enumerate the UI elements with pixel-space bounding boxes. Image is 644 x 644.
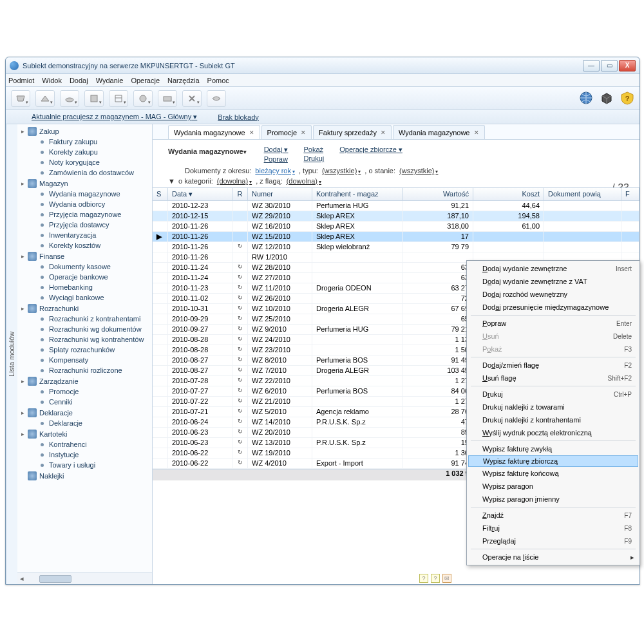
context-menu-item[interactable]: Wypisz paragon imienny (468, 493, 638, 506)
context-menu-item[interactable]: Drukuj naklejki z towarami (468, 401, 638, 413)
context-menu-item[interactable]: Wyślij wydruk pocztą elektroniczną (468, 426, 638, 439)
status-icon-2[interactable]: ? (431, 574, 440, 583)
column-header[interactable]: F (621, 188, 639, 200)
context-menu-item[interactable]: Drukuj naklejki z kontrahentami (468, 413, 638, 426)
table-row[interactable]: ▶2010-11-26WZ 15/2010Sklep AREX17 (153, 232, 639, 242)
menu-pomoc[interactable]: Pomoc (207, 77, 229, 84)
table-row[interactable]: 2010-12-23WZ 30/2010Perfumeria HUG91,214… (153, 201, 639, 211)
toolbar-btn-6[interactable]: ▾ (133, 90, 153, 107)
tree-item[interactable]: Wydania magazynowe (19, 189, 152, 199)
toolbar-btn-3[interactable]: ▾ (60, 90, 79, 107)
tree-item[interactable]: Kompensaty (19, 355, 152, 365)
tree-item[interactable]: Korekty zakupu (19, 147, 152, 157)
tree-item[interactable]: Wyciągi bankowe (19, 292, 152, 303)
column-header[interactable]: Numer (248, 188, 312, 200)
tree-item[interactable]: Homebanking (19, 282, 152, 292)
lock-link[interactable]: Brak blokady (218, 113, 259, 121)
help-icon[interactable]: ? (620, 91, 634, 106)
tree-item[interactable]: Deklaracje (19, 418, 152, 428)
tab[interactable]: Wydania magazynowe✕ (168, 125, 260, 139)
tree-group[interactable]: Naklejki (19, 470, 152, 481)
tree-group[interactable]: ▸Kartoteki (19, 428, 152, 439)
column-header[interactable]: Koszt (473, 188, 544, 200)
cmd-pokaz[interactable]: Pokaż (303, 146, 324, 153)
context-menu-item[interactable]: Operacje na liście (468, 551, 638, 564)
context-menu-item[interactable]: PrzeglądajF9 (468, 535, 638, 547)
context-menu-item[interactable]: Wypisz fakturę zbiorczą (468, 455, 638, 467)
side-tab-modules[interactable]: Lista modułów (6, 124, 17, 584)
toolbar-btn-2[interactable]: ▾ (35, 90, 55, 107)
cube-icon[interactable] (600, 91, 614, 106)
tab-close-icon[interactable]: ✕ (381, 129, 386, 136)
tree-item[interactable]: Towary i usługi (19, 460, 152, 470)
tree-group[interactable]: ▸Zakup (19, 126, 152, 137)
maximize-button[interactable]: ▭ (601, 60, 618, 71)
tree-item[interactable]: Rozrachunki wg dokumentów (19, 324, 152, 334)
tab-close-icon[interactable]: ✕ (301, 129, 306, 136)
tree-item[interactable]: Kontrahenci (19, 439, 152, 450)
tab-close-icon[interactable]: ✕ (249, 129, 254, 136)
status-icon-1[interactable]: ? (419, 574, 428, 583)
context-menu-item[interactable]: Dodaj wydanie zewnętrzneInsert (468, 262, 638, 275)
tree-item[interactable]: Zamówienia do dostawców (19, 167, 152, 178)
menu-operacje[interactable]: Operacje (131, 77, 160, 84)
tree-item[interactable]: Przyjęcia dostawcy (19, 220, 152, 230)
tree-item[interactable]: Korekty kosztów (19, 240, 152, 251)
cmd-zbiorcze[interactable]: Operacje zbiorcze ▾ (339, 146, 402, 154)
close-button[interactable]: X (619, 60, 636, 71)
menu-podmiot[interactable]: Podmiot (8, 77, 34, 84)
status-icon-3[interactable]: ✉ (442, 574, 451, 583)
context-menu-item[interactable]: Dodaj przesunięcie międzymagazynowe (468, 301, 638, 314)
tree-group[interactable]: ▸Finanse (19, 251, 152, 261)
column-header[interactable]: Kontrahent - magaz (312, 188, 402, 200)
column-header[interactable]: Wartość (402, 188, 473, 200)
menu-narzędzia[interactable]: Narzędzia (167, 77, 200, 84)
toolbar-btn-1[interactable]: ▾ (11, 90, 30, 107)
tree-item[interactable]: Spłaty rozrachunków (19, 345, 152, 355)
tab-close-icon[interactable]: ✕ (474, 129, 479, 136)
column-header[interactable]: Dokument powią (544, 188, 621, 200)
cmd-popraw[interactable]: Popraw (264, 155, 289, 163)
context-menu-item[interactable]: Dodaj rozchód wewnętrzny (468, 288, 638, 301)
grid-header[interactable]: SData ▾RNumerKontrahent - magazWartośćKo… (153, 188, 639, 201)
context-menu-item[interactable]: Wypisz fakturę zwykłą (468, 442, 638, 455)
column-header[interactable]: Data ▾ (168, 188, 232, 200)
warehouse-link[interactable]: Aktualnie pracujesz z magazynem - MAG - … (32, 113, 197, 121)
context-menu-item[interactable]: Usuń flagęShift+F2 (468, 372, 638, 384)
context-menu-item[interactable]: PoprawEnter (468, 317, 638, 330)
context-menu-item[interactable]: Wypisz paragon (468, 480, 638, 493)
tree-item[interactable]: Wydania odbiorcy (19, 199, 152, 209)
tree-group[interactable]: ▸Zarządzanie (19, 375, 152, 386)
filter-typ[interactable]: (wszystkie)▾ (322, 167, 361, 175)
menu-dodaj[interactable]: Dodaj (70, 77, 88, 84)
tree-item[interactable]: Inwentaryzacja (19, 230, 152, 240)
toolbar-btn-9[interactable] (207, 90, 226, 107)
toolbar-btn-7[interactable]: ▾ (158, 90, 177, 107)
sidebar-hscroll[interactable]: ◂ (17, 573, 152, 584)
tree-item[interactable]: Rozrachunki rozliczone (19, 365, 152, 375)
tree-item[interactable]: Instytucje (19, 450, 152, 460)
tree-item[interactable]: Dokumenty kasowe (19, 261, 152, 272)
globe-icon[interactable] (579, 91, 593, 106)
tab[interactable]: Promocje✕ (261, 125, 312, 139)
context-menu[interactable]: Dodaj wydanie zewnętrzneInsertDodaj wyda… (466, 260, 640, 565)
tree-item[interactable]: Promocje (19, 386, 152, 397)
tree-item[interactable]: Przyjęcia magazynowe (19, 209, 152, 220)
context-menu-item[interactable]: FiltrujF8 (468, 522, 638, 535)
context-menu-item[interactable]: Dodaj wydanie zewnętrzne z VAT (468, 275, 638, 288)
tab[interactable]: Wydania magazynowe✕ (393, 125, 485, 139)
filter-period[interactable]: bieżący rok▾ (255, 167, 295, 175)
toolbar-btn-8[interactable]: ▾ (182, 90, 202, 107)
filter-flaga[interactable]: (dowolna)▾ (287, 177, 321, 185)
column-header[interactable]: R (232, 188, 248, 200)
context-menu-item[interactable]: Wypisz fakturę końcową (468, 467, 638, 480)
tree-group[interactable]: ▸Magazyn (19, 178, 152, 189)
menu-widok[interactable]: Widok (42, 77, 62, 84)
context-menu-item[interactable]: DrukujCtrl+P (468, 388, 638, 401)
tree-item[interactable]: Rozrachunki z kontrahentami (19, 314, 152, 324)
table-row[interactable]: 2010-11-26WZ 16/2010Sklep AREX318,0061,0… (153, 222, 639, 232)
tree-item[interactable]: Rozrachunki wg kontrahentów (19, 334, 152, 345)
column-header[interactable]: S (153, 188, 168, 200)
context-menu-item[interactable]: ZnajdźF7 (468, 509, 638, 522)
tree-item[interactable]: Cenniki (19, 397, 152, 407)
